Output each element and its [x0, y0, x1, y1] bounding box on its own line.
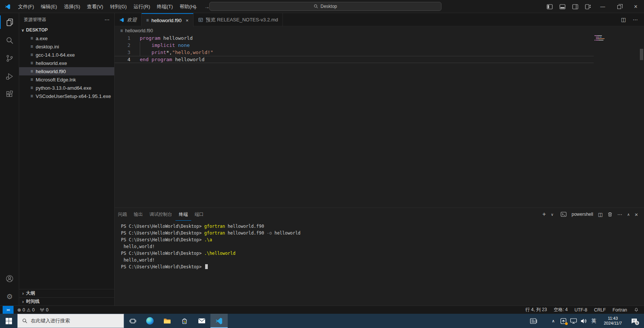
menu-item[interactable]: 终端(T)	[153, 0, 176, 13]
terminal-content[interactable]: PS C:\Users\HelloWorld\Desktop> gfortran…	[121, 223, 301, 270]
views-more-icon[interactable]: ⋯	[104, 17, 110, 23]
tab-helloworld-f90[interactable]: ≡ helloworld.f90 ×	[142, 13, 194, 27]
bell-icon[interactable]	[634, 307, 639, 312]
tray-chevron-up-icon[interactable]: ∧	[548, 314, 558, 328]
customize-layout-icon[interactable]	[582, 0, 594, 13]
file-row[interactable]: ≡gcc-14.1.0-64.exe	[19, 51, 114, 59]
bottom-panel: 问题输出调试控制台终端端口 + ∨ powershell ◫ ⋯ ∧ × PS …	[115, 208, 644, 305]
file-explorer-icon[interactable]	[159, 314, 176, 328]
account-icon[interactable]	[0, 269, 19, 287]
panel-more-icon[interactable]: ⋯	[617, 212, 622, 217]
source-control-icon[interactable]	[0, 49, 19, 67]
file-row[interactable]: ≡helloworld.f90	[19, 67, 114, 75]
vscode-taskbar-icon[interactable]	[210, 314, 228, 328]
file-icon: ≡	[30, 53, 33, 57]
menu-item[interactable]: 运行(R)	[130, 0, 153, 13]
file-row[interactable]: ≡Microsoft Edge.lnk	[19, 75, 114, 84]
back-icon[interactable]: ←	[192, 3, 198, 10]
tree-root-desktop[interactable]: ∨ DESKTOP	[19, 26, 114, 34]
file-row[interactable]: ≡python-3.13.0-amd64.exe	[19, 84, 114, 92]
code-line-4[interactable]: 4end program helloworld	[115, 56, 594, 63]
file-icon: ≡	[30, 69, 33, 74]
menu-item[interactable]: 转到(G)	[107, 0, 130, 13]
code-line-2[interactable]: 2 implicit none	[115, 42, 594, 49]
code-line-1[interactable]: 1program helloworld	[115, 35, 594, 42]
menu-item[interactable]: 文件(F)	[15, 0, 38, 13]
file-row[interactable]: ≡desktop.ini	[19, 42, 114, 51]
code-text: end program helloworld	[140, 56, 204, 63]
explorer-icon[interactable]	[0, 13, 19, 31]
start-button[interactable]	[0, 314, 17, 328]
editor-actions: ◫ ⋯	[621, 13, 644, 26]
task-view-button[interactable]	[124, 314, 141, 328]
restore-icon[interactable]	[611, 0, 627, 13]
problems-status[interactable]: ⊗ 0 ⚠ 0	[17, 307, 35, 313]
new-terminal-icon[interactable]: +	[543, 211, 546, 218]
run-debug-icon[interactable]	[0, 67, 19, 85]
tab-label: helloworld.f90	[151, 18, 181, 23]
terminal-profile-chevron-icon[interactable]: ∨	[551, 212, 553, 217]
breadcrumb[interactable]: ≡ helloworld.f90	[115, 27, 644, 35]
split-editor-icon[interactable]: ◫	[621, 17, 626, 23]
language-mode[interactable]: Fortran	[612, 307, 627, 313]
close-panel-icon[interactable]: ×	[635, 211, 638, 218]
search-view-icon[interactable]	[0, 31, 19, 49]
file-row[interactable]: ≡a.exe	[19, 34, 114, 42]
mail-icon[interactable]	[193, 314, 210, 328]
line-number: 1	[115, 35, 130, 42]
extensions-icon[interactable]	[0, 85, 19, 103]
notification-center-button[interactable]: 1	[627, 314, 642, 328]
file-row[interactable]: ≡VSCodeUserSetup-x64-1.95.1.exe	[19, 92, 114, 100]
layout-secondary-sidebar-icon[interactable]	[569, 0, 582, 13]
command-center-search[interactable]: Desktop	[209, 2, 441, 11]
volume-icon[interactable]	[579, 314, 589, 328]
remote-indicator[interactable]: ><	[3, 306, 14, 314]
editor-scrollbar[interactable]	[640, 49, 643, 60]
tab-welcome[interactable]: 欢迎	[115, 13, 142, 26]
forward-icon[interactable]: →	[204, 3, 210, 10]
windows-logo-icon	[6, 318, 12, 324]
minimap[interactable]	[594, 35, 606, 41]
panel-tab-输出[interactable]: 输出	[130, 208, 146, 221]
code-line-3[interactable]: 3 print*,"hello,world!"	[115, 49, 594, 56]
menu-item[interactable]: 查看(V)	[83, 0, 106, 13]
split-terminal-icon[interactable]: ◫	[598, 212, 603, 217]
menu-item[interactable]: 选择(S)	[60, 0, 83, 13]
eol-sequence[interactable]: CRLF	[594, 307, 606, 313]
panel-tab-调试控制台[interactable]: 调试控制台	[146, 208, 175, 221]
sync-tray-icon[interactable]	[558, 314, 568, 328]
menu-item[interactable]: 编辑(E)	[38, 0, 60, 13]
layout-panel-icon[interactable]	[556, 0, 569, 13]
code-editor[interactable]: 1program helloworld2 implicit none3 prin…	[115, 35, 644, 208]
panel-tab-端口[interactable]: 端口	[191, 208, 207, 221]
line-number: 4	[115, 56, 130, 63]
terminal-shell-label[interactable]: powershell	[571, 212, 593, 217]
history-nav: ← →	[192, 0, 210, 13]
close-icon[interactable]: ×	[186, 18, 189, 23]
taskbar-search-input[interactable]: 在此键入进行搜索	[17, 314, 124, 328]
ime-indicator[interactable]: 英	[589, 314, 599, 328]
panel-tab-问题[interactable]: 问题	[115, 208, 130, 221]
clock[interactable]: 11:43 2024/11/7	[599, 316, 627, 326]
microsoft-store-icon[interactable]	[176, 314, 193, 328]
section-outline[interactable]: › 大纲	[19, 289, 114, 297]
maximize-panel-icon[interactable]: ∧	[627, 212, 630, 217]
network-icon[interactable]	[568, 314, 579, 328]
close-icon[interactable]: ×	[627, 0, 644, 13]
edge-icon[interactable]	[141, 314, 159, 328]
settings-gear-icon[interactable]: ⚙	[0, 287, 19, 305]
cursor-position[interactable]: 行 4, 列 23	[525, 307, 547, 313]
ports-status[interactable]: 0	[40, 307, 48, 313]
encoding[interactable]: UTF-8	[574, 307, 587, 313]
section-timeline[interactable]: › 时间线	[19, 297, 114, 305]
widgets-icon[interactable]	[526, 314, 541, 328]
warning-icon: ⚠	[27, 307, 31, 313]
indentation[interactable]: 空格: 4	[554, 307, 568, 313]
panel-tab-终端[interactable]: 终端	[175, 208, 191, 221]
minimize-icon[interactable]: —	[594, 0, 611, 13]
tab-release-notes-preview[interactable]: 预览 RELEASE_NOTES-v3.2.md	[194, 13, 283, 26]
layout-sidebar-icon[interactable]	[543, 0, 556, 13]
file-row[interactable]: ≡helloworld.exe	[19, 59, 114, 67]
kill-terminal-icon[interactable]	[608, 212, 612, 217]
more-actions-icon[interactable]: ⋯	[633, 17, 638, 23]
